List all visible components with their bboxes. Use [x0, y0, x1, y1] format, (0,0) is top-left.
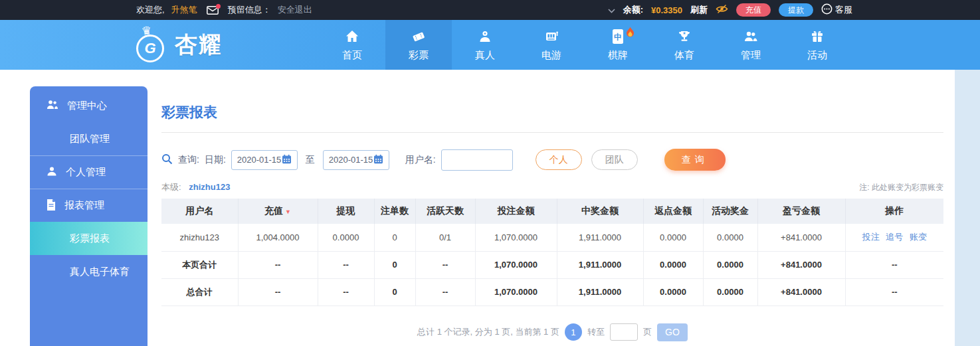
ticket-icon: [411, 29, 427, 44]
team-filter-button[interactable]: 团队: [591, 149, 638, 170]
col-win-amount: 中奖金额: [557, 199, 643, 224]
username-text: 升煞笔: [171, 4, 197, 16]
pagination-summary: 总计 1 个记录, 分为 1 页, 当前第 1 页: [417, 326, 559, 338]
right-background-strip: [955, 70, 980, 346]
username-label: 用户名:: [405, 154, 436, 166]
level-label: 本级:: [161, 182, 181, 192]
content-area: 管理中心 团队管理 个人管理 报表管理 彩票报表 真人电子体育: [0, 70, 980, 346]
page-1-button[interactable]: 1: [565, 323, 582, 341]
welcome-text: 欢迎您,: [136, 4, 165, 16]
nav-items: 首页 彩票 真人 电游: [319, 20, 850, 70]
date-from-input[interactable]: 2020-01-15: [231, 150, 298, 170]
page-title: 彩票报表: [161, 103, 943, 133]
user-icon: [46, 165, 58, 179]
level-info: 本级: zhizhu123: [161, 181, 230, 193]
chat-icon: [821, 3, 833, 17]
bet-link[interactable]: 投注: [862, 232, 880, 242]
sidebar-item-team-manage[interactable]: 团队管理: [30, 122, 147, 155]
brand-name: 杏耀: [175, 30, 223, 60]
col-withdraw: 提现: [318, 199, 374, 224]
svg-text:中: 中: [614, 32, 622, 41]
balance-label: 余额:: [623, 4, 643, 16]
nav-item-sports[interactable]: ★ 体育: [651, 20, 718, 70]
level-username-link[interactable]: zhizhu123: [189, 182, 230, 192]
goto-label: 转至: [587, 326, 605, 338]
note-text: 注: 此处账变为彩票账变: [859, 182, 943, 193]
balance-value: ¥0.3350: [651, 5, 682, 15]
brand-logo[interactable]: ♛ G 杏耀: [0, 20, 319, 70]
col-username: 用户名: [161, 199, 238, 224]
mahjong-tile-icon: 中: [612, 29, 624, 44]
nav-item-egames[interactable]: 电游: [518, 20, 585, 70]
col-deposit-sortable[interactable]: 充值▼: [238, 199, 318, 224]
logout-link[interactable]: 安全退出: [278, 4, 312, 16]
nav-item-live[interactable]: 真人: [452, 20, 518, 70]
nav-item-chess[interactable]: 中 棋牌: [585, 20, 651, 70]
sidebar-item-manage-center[interactable]: 管理中心: [30, 89, 147, 122]
col-rebate-amount: 返点金额: [643, 199, 703, 224]
date-label: 日期:: [205, 154, 226, 166]
table-row-page-total: 本页合计 -- -- 0 -- 1,070.0000 1,911.0000 0.…: [161, 251, 943, 278]
col-bet-amount: 投注金额: [475, 199, 557, 224]
main-panel: 彩票报表 查询: 日期: 2020-01-15 至 2020-01-15: [161, 70, 943, 341]
table-header-row: 用户名 充值▼ 提现 注单数 活跃天数 投注金额 中奖金额 返点金额 活动奖金 …: [161, 199, 943, 224]
trophy-icon: ★: [676, 29, 692, 44]
nav-item-home[interactable]: 首页: [319, 20, 385, 70]
chevron-down-icon[interactable]: [608, 5, 615, 15]
live-person-icon: [477, 29, 493, 44]
nav-item-activity[interactable]: 活动: [784, 20, 850, 70]
table-row-grand-total: 总合计 -- -- 0 -- 1,070.0000 1,911.0000 0.0…: [161, 278, 943, 305]
goto-page-input[interactable]: [610, 323, 638, 341]
svg-text:★: ★: [682, 31, 686, 35]
file-icon: [46, 199, 56, 213]
to-label: 至: [306, 154, 315, 166]
col-bet-count: 注单数: [374, 199, 415, 224]
group-icon: [46, 99, 59, 113]
personal-filter-button[interactable]: 个人: [536, 149, 582, 170]
customer-service-button[interactable]: 客服: [821, 3, 852, 17]
notification-dot: [216, 4, 221, 9]
topbar: 欢迎您, 升煞笔 预留信息： 安全退出 余额: ¥0.3350 刷新 充值 提款: [0, 0, 980, 20]
page: 欢迎您, 升煞笔 预留信息： 安全退出 余额: ¥0.3350 刷新 充值 提款: [0, 0, 980, 346]
sidebar: 管理中心 团队管理 个人管理 报表管理 彩票报表 真人电子体育: [30, 86, 147, 346]
nav-item-manage[interactable]: 管理: [718, 20, 784, 70]
nav-item-lottery[interactable]: 彩票: [385, 20, 452, 70]
table-row-user: zhizhu123 1,004.0000 0.0000 0 0/1 1,070.…: [161, 224, 943, 251]
go-button[interactable]: GO: [657, 323, 688, 341]
sort-desc-icon: ▼: [285, 209, 291, 215]
reserved-info-label: 预留信息：: [228, 4, 271, 16]
col-activity-bonus: 活动奖金: [703, 199, 757, 224]
page-unit-label: 页: [643, 326, 652, 338]
calendar-icon: [282, 154, 292, 166]
topbar-right: 余额: ¥0.3350 刷新 充值 提款 客服: [608, 3, 980, 17]
calendar-icon: [373, 154, 383, 166]
chase-link[interactable]: 追号: [886, 232, 903, 242]
operations-cell: 投注 追号 账变: [845, 224, 943, 251]
sidebar-item-live-esports[interactable]: 真人电子体育: [30, 255, 147, 288]
brand-emblem-icon: ♛ G: [135, 27, 168, 64]
home-icon: [344, 29, 360, 44]
deposit-button[interactable]: 充值: [736, 3, 771, 17]
refresh-link[interactable]: 刷新: [690, 4, 708, 16]
sidebar-item-report-manage[interactable]: 报表管理: [30, 189, 147, 222]
topbar-left: 欢迎您, 升煞笔 预留信息： 安全退出: [0, 4, 312, 16]
slot-machine-icon: [543, 29, 559, 44]
report-table: 用户名 充值▼ 提现 注单数 活跃天数 投注金额 中奖金额 返点金额 活动奖金 …: [161, 199, 943, 306]
search-button[interactable]: 查询: [664, 149, 726, 171]
pagination: 总计 1 个记录, 分为 1 页, 当前第 1 页 1 转至 页 GO: [161, 323, 943, 341]
withdraw-button[interactable]: 提款: [779, 3, 813, 17]
level-row: 本级: zhizhu123 注: 此处账变为彩票账变: [161, 181, 943, 193]
query-label: 查询:: [178, 154, 199, 166]
search-icon: [161, 153, 173, 167]
envelope-icon[interactable]: [207, 6, 219, 15]
date-to-input[interactable]: 2020-01-15: [323, 150, 389, 170]
col-profit-amount: 盈亏金额: [757, 199, 845, 224]
sidebar-item-personal-manage[interactable]: 个人管理: [30, 155, 147, 189]
eye-off-icon[interactable]: [716, 4, 728, 16]
flame-badge-icon: [625, 27, 635, 41]
account-change-link[interactable]: 账变: [910, 232, 927, 242]
sidebar-item-lottery-report[interactable]: 彩票报表: [30, 222, 147, 255]
username-input[interactable]: [441, 149, 513, 171]
col-active-days: 活跃天数: [415, 199, 475, 224]
search-toolbar: 查询: 日期: 2020-01-15 至 2020-01-15 用户名:: [161, 149, 943, 171]
